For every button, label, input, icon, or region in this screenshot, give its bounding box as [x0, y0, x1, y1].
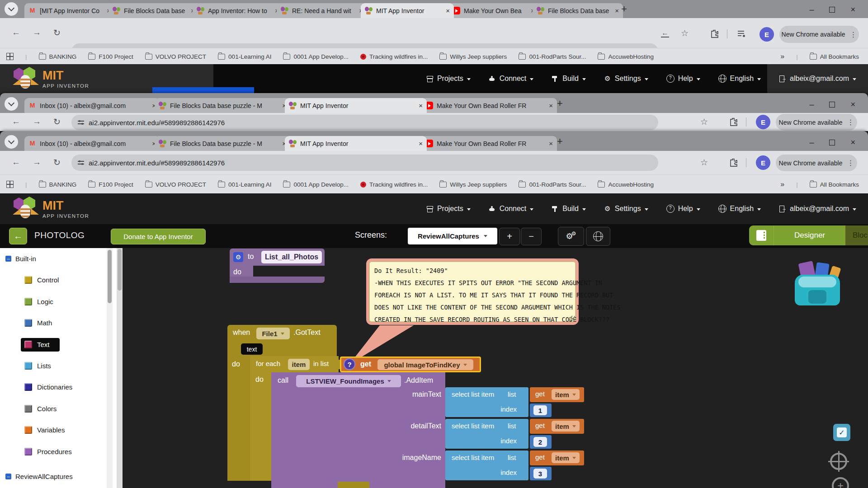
w3-tab-search-button[interactable] [5, 135, 18, 149]
w2-tab-4[interactable]: Make Your Own Bead Roller FR × [421, 98, 557, 113]
profile-avatar[interactable]: E [756, 115, 770, 129]
variable-dropdown[interactable]: item [552, 421, 580, 432]
block-get-item-1[interactable]: get item [530, 387, 584, 402]
scrollbar-thumb[interactable] [118, 249, 122, 291]
bookmarks-overflow-icon[interactable]: » [780, 52, 784, 61]
menu-language[interactable]: English [718, 75, 761, 83]
palette-item-math[interactable]: Math [24, 319, 52, 327]
w1-tab-1[interactable]: [MIT App Inventor Co × [24, 3, 115, 18]
menu-projects[interactable]: Projects [426, 75, 471, 83]
bookmark[interactable]: F100 Project [88, 53, 133, 60]
block-number-1[interactable]: 1 [530, 404, 552, 417]
palette-item-logic[interactable]: Logic [24, 298, 53, 305]
all-bookmarks-button[interactable]: All Bookmarks [810, 181, 859, 188]
reload-icon[interactable]: ↻ [53, 117, 61, 127]
add-screen-button[interactable]: + [499, 228, 520, 245]
bookmark[interactable]: Willys Jeep suppliers [439, 53, 507, 60]
menu-connect[interactable]: Connect [489, 205, 534, 213]
forward-icon[interactable]: → [33, 157, 41, 167]
w3-tab-2[interactable]: File Blocks Data base puzzle - M × [155, 136, 290, 151]
w1-tab-4[interactable]: RE: Need a Hand wit × [277, 3, 367, 18]
scrollbar-thumb[interactable] [108, 250, 112, 303]
bookmark[interactable]: AccuwebHosting [598, 181, 654, 188]
menu-settings[interactable]: ⚙Settings [604, 75, 648, 83]
w3-tab-3-active[interactable]: MIT App Inventor × [285, 136, 427, 151]
maximize-icon[interactable] [829, 7, 835, 13]
reload-icon[interactable]: ↻ [53, 28, 61, 38]
palette-item-variables[interactable]: Variables [24, 426, 65, 434]
close-icon[interactable]: × [419, 140, 423, 147]
w1-tab-6[interactable]: Make Your Own Bea × [448, 3, 539, 18]
forward-icon[interactable]: → [33, 117, 41, 127]
variable-dropdown[interactable]: item [552, 452, 580, 463]
center-blocks-icon[interactable] [830, 453, 847, 470]
close-icon[interactable]: × [446, 7, 450, 14]
bookmark[interactable]: F100 Project [88, 181, 133, 188]
extensions-icon[interactable] [729, 117, 738, 127]
bookmark[interactable]: VOLVO PROJECT [145, 53, 206, 60]
menu-dots-icon[interactable]: ⋮ [847, 118, 854, 127]
block-select-list-item-1[interactable]: select list item list index [445, 387, 528, 417]
minimize-icon[interactable]: – [809, 138, 814, 147]
palette-item-text[interactable]: Text [24, 341, 50, 348]
number-field[interactable]: 1 [533, 405, 547, 415]
blocks-toggle-button[interactable]: Blocks [845, 225, 868, 245]
bookmark[interactable]: 001-RodParts Sour... [519, 181, 586, 188]
palette-item-colors[interactable]: Colors [24, 405, 57, 413]
bookmark[interactable]: Tracking wildfires in... [360, 53, 428, 60]
mutator-gear-icon[interactable]: ⚙ [233, 252, 243, 262]
w2-url-box[interactable]: ai2.appinventor.mit.edu/#589989288614297… [71, 115, 658, 130]
update-chrome-pill[interactable]: New Chrome available ⋮ [776, 155, 857, 171]
w2-tab-1[interactable]: Inbox (10) - albeix@gmail.com × [24, 98, 160, 113]
bookmark-star-icon[interactable]: ☆ [700, 117, 708, 127]
back-button[interactable]: ← [9, 228, 27, 244]
block-when-spine[interactable]: do [227, 356, 250, 481]
close-icon[interactable]: × [850, 138, 855, 147]
menu-settings[interactable]: ⚙Settings [604, 205, 648, 213]
block-get-item-2[interactable]: get item [530, 419, 584, 434]
bookmark-star-icon[interactable]: ☆ [681, 28, 689, 38]
w2-tab-3-active[interactable]: MIT App Inventor × [285, 98, 427, 113]
number-field[interactable]: 2 [533, 437, 547, 447]
update-chrome-pill[interactable]: New Chrome available ⋮ [776, 114, 857, 131]
extensions-icon[interactable] [710, 29, 719, 38]
w3-url-box[interactable]: ai2.appinventor.mit.edu/#589989288614297… [71, 155, 658, 171]
palette-screen-root[interactable]: – ReviewAllCaptures [5, 473, 73, 480]
bookmark[interactable]: 001-Learning AI [218, 53, 271, 60]
block-procedure-footer[interactable] [230, 277, 325, 283]
maximize-icon[interactable] [829, 140, 835, 145]
collapse-icon[interactable]: – [5, 256, 11, 262]
block-call-additem[interactable]: call LSTVIEW_FoundImages .AddItem mainTe… [271, 372, 445, 488]
w3-tab-4[interactable]: Make Your Own Bead Roller FR × [421, 136, 557, 151]
remove-screen-button[interactable]: − [521, 228, 542, 245]
loop-var-field[interactable]: item [288, 359, 310, 370]
bookmark-star-icon[interactable]: ☆ [700, 157, 708, 168]
maximize-icon[interactable] [829, 102, 835, 108]
collapse-icon[interactable]: – [5, 474, 11, 479]
variable-dropdown[interactable]: item [552, 389, 580, 400]
donate-button[interactable]: Donate to App Inventor [111, 229, 206, 244]
new-tab-button[interactable]: + [557, 136, 563, 147]
close-icon[interactable]: × [549, 140, 553, 147]
w1-tab-5-active[interactable]: MIT App Inventor × [361, 3, 454, 18]
menu-help[interactable]: ?Help [666, 75, 700, 83]
menu-connect[interactable]: Connect [489, 75, 534, 83]
bookmark[interactable]: Tracking wildfires in... [360, 181, 428, 188]
bookmark[interactable]: BANKING [39, 181, 77, 188]
close-icon[interactable]: × [549, 102, 553, 109]
bookmarks-overflow-icon[interactable]: » [780, 180, 784, 188]
apps-grid-icon[interactable] [6, 53, 14, 60]
w2-tab-2[interactable]: File Blocks Data base puzzle - M × [155, 98, 290, 113]
block-select-list-item-3[interactable]: select list item list index [445, 450, 528, 480]
doit-comment-balloon[interactable]: Do It Result: "2409" -WHEN THIS EXECUTES… [366, 258, 579, 325]
profile-avatar[interactable]: E [756, 155, 770, 170]
forward-icon[interactable]: → [33, 28, 41, 38]
new-tab-button[interactable]: + [557, 98, 563, 109]
number-field[interactable]: 3 [533, 469, 547, 479]
warning-badge-icon[interactable]: ? [344, 358, 355, 370]
block-number-2[interactable]: 2 [530, 435, 552, 449]
block-get-global[interactable]: get global ImageToFindKey [340, 357, 481, 372]
menu-language[interactable]: English [718, 205, 761, 213]
reload-icon[interactable]: ↻ [53, 157, 61, 168]
palette-header-builtin[interactable]: – Built-in [5, 255, 36, 263]
